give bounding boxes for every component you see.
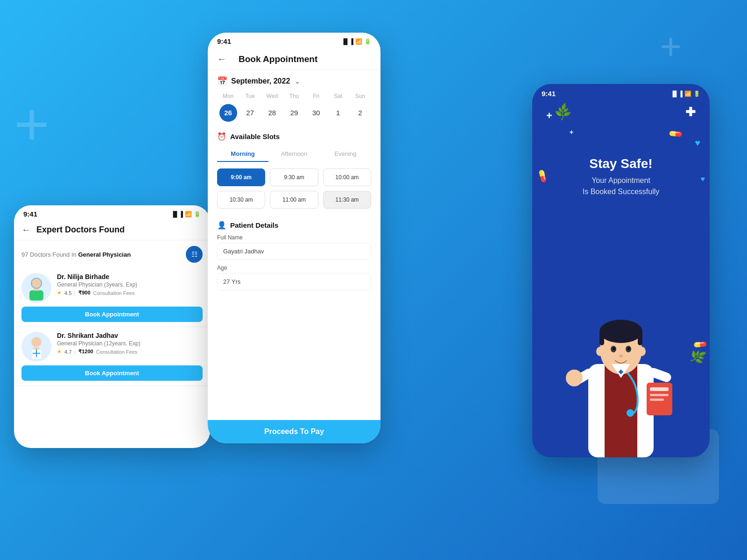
deco-heart-2: ♥ <box>701 175 705 183</box>
month-row: 📅 September, 2022 ⌄ <box>217 76 371 86</box>
weekday-fri: Fri <box>305 93 327 99</box>
slots-section: ⏰ Available Slots Morning Afternoon Even… <box>208 127 381 216</box>
slots-header: ⏰ Available Slots <box>217 132 371 141</box>
date-27[interactable]: 27 <box>241 104 259 122</box>
weekdays-row: Mon Tue Wed Thu Fri Sat Sun <box>217 93 371 99</box>
battery-icon: 🔋 <box>194 211 201 217</box>
weekday-mon: Mon <box>217 93 239 99</box>
slots-title: Available Slots <box>230 133 280 140</box>
doctor2-specialty: General Physician (12years. Exp) <box>57 340 203 347</box>
doctor1-name: Dr. Nilija Birhade <box>57 273 203 280</box>
weekday-wed: Wed <box>261 93 283 99</box>
slot-grid: 9:00 am 9:30 am 10:00 am 10:30 am 11:00 … <box>217 168 371 209</box>
svg-rect-4 <box>32 291 41 299</box>
back-arrow-2-icon[interactable]: ← <box>217 54 226 64</box>
svg-rect-15 <box>599 331 604 345</box>
doctor-illustration <box>556 280 686 457</box>
signal-icon: ▐▌▐ <box>171 211 183 217</box>
svg-point-19 <box>613 347 615 350</box>
phone2-status-icons: ▐▌▐ 📶 🔋 <box>341 38 371 45</box>
deco-leaf-2: 🌿 <box>688 347 707 366</box>
signal-icon-3: ▐▌▐ <box>670 91 683 97</box>
person-icon: 👤 <box>217 221 226 230</box>
slot-10am[interactable]: 10:00 am <box>323 168 371 186</box>
wifi-icon: 📶 <box>185 211 192 217</box>
svg-point-27 <box>566 370 583 386</box>
patient-header: 👤 Patient Details <box>217 221 371 230</box>
phone2-book-appointment: 9:41 ▐▌▐ 📶 🔋 ← Book Appointment 📅 Septem… <box>208 33 381 443</box>
doctor1-meta: ★ 4.5 | ₹900 Consultation Fees <box>57 290 203 296</box>
svg-point-6 <box>32 337 41 347</box>
doctor2-avatar <box>21 332 51 362</box>
signal-icon-2: ▐▌▐ <box>341 38 353 45</box>
slot-9am[interactable]: 9:00 am <box>217 168 265 186</box>
tab-evening[interactable]: Evening <box>320 147 371 162</box>
bg-plus-icon-right: + <box>660 28 682 65</box>
age-input[interactable] <box>217 273 371 290</box>
weekday-sun: Sun <box>349 93 371 99</box>
svg-point-22 <box>596 347 604 356</box>
phone2-title: Book Appointment <box>239 54 317 64</box>
deco-cross-1: + <box>546 110 552 122</box>
full-name-input[interactable] <box>217 243 371 260</box>
phone1-header: ← Expert Doctors Found <box>14 221 210 240</box>
filter-button[interactable]: ☷ <box>186 246 203 263</box>
phone2-header: ← Book Appointment <box>208 48 381 70</box>
slot-930am[interactable]: 9:30 am <box>270 168 318 186</box>
doctor-card-1: Dr. Nilija Birhade General Physician (3y… <box>14 268 210 327</box>
appointment-booked-text: Your Appointment Is Booked Successfully <box>583 175 660 197</box>
clock-icon: ⏰ <box>217 132 226 141</box>
deco-pill-left: 💊 <box>535 168 551 183</box>
deco-heart-1: ♥ <box>695 138 700 148</box>
calendar-icon: 📅 <box>217 76 227 86</box>
weekday-tue: Tue <box>239 93 261 99</box>
phone1-doctors-list: 9:41 ▐▌▐ 📶 🔋 ← Expert Doctors Found 97 D… <box>14 205 210 448</box>
date-26[interactable]: 26 <box>219 104 237 122</box>
slot-1030am[interactable]: 10:30 am <box>217 191 265 209</box>
slot-11am[interactable]: 11:00 am <box>270 191 318 209</box>
svg-point-14 <box>599 320 642 343</box>
book-appointment-btn-2[interactable]: Book Appointment <box>21 365 203 381</box>
date-2[interactable]: 2 <box>351 104 369 122</box>
weekday-thu: Thu <box>283 93 305 99</box>
stay-safe-title: Stay Safe! <box>589 156 652 171</box>
tab-morning[interactable]: Morning <box>217 147 268 162</box>
doctor-card-2: Dr. Shrikant Jadhav General Physician (1… <box>14 327 210 386</box>
phone3-success: 9:41 ▐▌▐ 📶 🔋 + + ✚ ♥ ♥ 🌿 🌿 💊 💊 💊 Stay Sa… <box>532 84 710 457</box>
deco-cross-3: ✚ <box>685 105 696 119</box>
weekday-sat: Sat <box>327 93 349 99</box>
doctor1-avatar <box>21 273 51 303</box>
doctor2-meta: ★ 4.7 | ₹1200 Consultation Fees <box>57 349 203 355</box>
wifi-icon-2: 📶 <box>355 38 362 45</box>
svg-rect-30 <box>650 387 669 391</box>
tab-afternoon[interactable]: Afternoon <box>268 147 320 162</box>
date-29[interactable]: 29 <box>285 104 303 122</box>
phone1-status-bar: 9:41 ▐▌▐ 📶 🔋 <box>14 205 210 221</box>
book-appointment-btn-1[interactable]: Book Appointment <box>21 307 203 322</box>
phone3-status-icons: ▐▌▐ 📶 🔋 <box>670 91 700 97</box>
time-tabs: Morning Afternoon Evening <box>217 147 371 162</box>
doctor1-info: Dr. Nilija Birhade General Physician (3y… <box>57 273 203 296</box>
patient-title: Patient Details <box>230 221 278 229</box>
phone3-time: 9:41 <box>542 90 556 98</box>
deco-leaf-1: 🌿 <box>553 102 573 122</box>
proceeds-to-pay-button[interactable]: Proceeds To Pay <box>208 420 381 443</box>
svg-rect-34 <box>620 370 622 374</box>
date-28[interactable]: 28 <box>263 104 281 122</box>
age-label: Age <box>217 265 371 271</box>
slot-1130am[interactable]: 11:30 am <box>323 191 371 209</box>
svg-point-21 <box>619 355 623 357</box>
date-1[interactable]: 1 <box>329 104 347 122</box>
svg-point-25 <box>627 409 634 417</box>
star-icon: ★ <box>57 290 62 296</box>
svg-point-23 <box>638 347 646 356</box>
deco-pill-right-top: 💊 <box>668 126 684 142</box>
chevron-down-icon[interactable]: ⌄ <box>295 77 300 85</box>
date-30[interactable]: 30 <box>307 104 325 122</box>
svg-rect-16 <box>638 331 642 345</box>
back-arrow-icon[interactable]: ← <box>21 224 31 235</box>
doctor1-specialty: General Physician (3years. Exp) <box>57 281 203 288</box>
phone1-status-icons: ▐▌▐ 📶 🔋 <box>171 211 201 217</box>
doctor2-info: Dr. Shrikant Jadhav General Physician (1… <box>57 332 203 355</box>
doctors-found-text: 97 Doctors Found In General Physician <box>21 251 131 258</box>
